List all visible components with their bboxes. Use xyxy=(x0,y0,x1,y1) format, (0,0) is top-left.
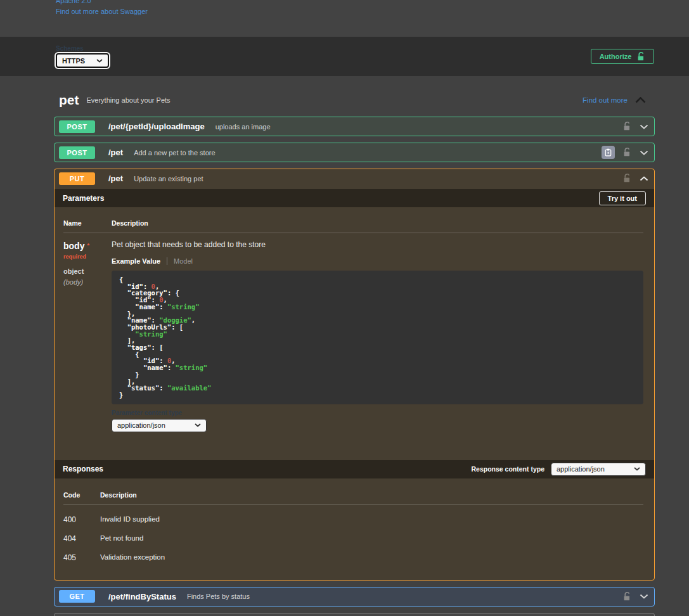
description-column-header: Description xyxy=(112,219,643,233)
clipboard-icon[interactable] xyxy=(602,146,615,159)
operation-row[interactable]: POST /pet/{petId}/uploadImage uploads an… xyxy=(55,117,654,136)
param-location: (body) xyxy=(63,278,112,286)
api-content: pet Everything about your Pets Find out … xyxy=(0,84,689,616)
response-code: 400 xyxy=(63,515,100,524)
opblock-get-findbystatus: GET /pet/findByStatus Finds Pets by stat… xyxy=(54,587,655,606)
response-content-type-select[interactable]: application/json xyxy=(551,463,646,476)
method-badge: POST xyxy=(59,146,95,159)
responses-header: Responses Response content type applicat… xyxy=(55,460,654,478)
chevron-up-icon[interactable] xyxy=(635,97,646,103)
operation-summary: Add a new pet to the store xyxy=(134,149,215,157)
example-code: { "id": 0, "category": { "id": 0, "name"… xyxy=(112,271,643,404)
operation-path: /pet/findByStatus xyxy=(108,592,176,601)
operation-row[interactable]: PUT /pet Update an existing pet xyxy=(55,169,654,188)
parameters-table: Name Description body* required object (… xyxy=(55,207,654,460)
param-name: body xyxy=(63,241,84,251)
code-column-header: Code xyxy=(63,491,100,504)
operation-summary: Finds Pets by status xyxy=(187,593,250,600)
try-it-out-button[interactable]: Try it out xyxy=(599,191,646,205)
operation-row[interactable]: POST /pet Add a new pet to the store xyxy=(55,143,654,162)
response-content-type-value: application/json xyxy=(557,465,605,473)
responses-title: Responses xyxy=(63,465,103,473)
chevron-up-icon[interactable] xyxy=(640,176,648,181)
tab-model[interactable]: Model xyxy=(167,257,193,265)
chevron-down-icon[interactable] xyxy=(640,150,648,155)
page-header: Apache 2.0 Find out more about Swagger xyxy=(0,0,689,37)
license-link[interactable]: Apache 2.0 xyxy=(56,0,689,5)
parameter-content-type-label: Parameter content type xyxy=(112,409,643,416)
operation-path: /pet xyxy=(108,148,123,157)
method-badge: POST xyxy=(59,120,95,133)
tab-example-value[interactable]: Example Value xyxy=(112,257,160,265)
responses-table: Code Description 400 Invalid ID supplied… xyxy=(55,478,654,580)
unlocked-padlock-icon xyxy=(637,52,645,61)
response-code: 404 xyxy=(63,534,100,543)
unlocked-padlock-icon[interactable] xyxy=(623,148,631,157)
opblock-get-findbytags: GET /pet/findByTags Finds Pets by tags xyxy=(54,613,655,616)
parameter-content-type-value: application/json xyxy=(117,421,165,429)
parameter-content-type-select[interactable]: application/json xyxy=(112,419,207,432)
operation-summary: Update an existing pet xyxy=(134,175,203,183)
schemes-label: Schemes xyxy=(56,45,109,52)
divider xyxy=(63,504,643,505)
model-example-tabs: Example Value Model xyxy=(112,257,643,265)
response-description: Validation exception xyxy=(100,553,643,562)
parameters-title: Parameters xyxy=(63,194,104,203)
operation-row[interactable]: GET /pet/findByStatus Finds Pets by stat… xyxy=(55,587,654,606)
swagger-info-link[interactable]: Find out more about Swagger xyxy=(56,8,689,16)
section-subtitle: Everything about your Pets xyxy=(87,96,171,104)
unlocked-padlock-icon[interactable] xyxy=(623,592,631,601)
name-column-header: Name xyxy=(63,219,112,233)
parameters-header: Parameters Try it out xyxy=(55,189,654,207)
operation-summary: uploads an image xyxy=(216,123,271,131)
dropdown-arrow-icon xyxy=(96,59,103,63)
operation-path: /pet/{petId}/uploadImage xyxy=(108,122,205,131)
scheme-select-value: HTTPS xyxy=(62,57,85,65)
opblock-post-addpet: POST /pet Add a new pet to the store xyxy=(54,143,655,162)
scheme-select[interactable]: HTTPS xyxy=(56,53,109,68)
param-description: Pet object that needs to be added to the… xyxy=(112,240,643,249)
scheme-bar: Schemes HTTPS Authorize xyxy=(0,37,689,76)
dropdown-arrow-icon xyxy=(195,423,201,427)
method-badge: GET xyxy=(59,590,95,603)
response-description: Invalid ID supplied xyxy=(100,515,643,524)
response-description: Pet not found xyxy=(100,534,643,543)
chevron-down-icon[interactable] xyxy=(640,594,648,599)
response-content-type-label: Response content type xyxy=(471,465,544,473)
param-name-cell: body* required object (body) xyxy=(63,233,112,432)
authorize-button[interactable]: Authorize xyxy=(591,49,654,64)
schemes-group: Schemes HTTPS xyxy=(56,45,109,68)
section-title: pet xyxy=(59,93,79,108)
unlocked-padlock-icon[interactable] xyxy=(623,174,631,183)
authorize-label: Authorize xyxy=(600,53,632,60)
operation-row[interactable]: GET /pet/findByTags Finds Pets by tags xyxy=(55,613,654,616)
find-out-more-link[interactable]: Find out more xyxy=(583,96,628,104)
opblock-put-updatepet: PUT /pet Update an existing pet Paramete… xyxy=(54,169,655,581)
description-column-header: Description xyxy=(100,491,643,504)
dropdown-arrow-icon xyxy=(634,467,640,471)
operation-path: /pet xyxy=(108,174,123,183)
method-badge: PUT xyxy=(59,172,95,185)
response-code: 405 xyxy=(63,553,100,562)
opblock-post-uploadimage: POST /pet/{petId}/uploadImage uploads an… xyxy=(54,117,655,136)
chevron-down-icon[interactable] xyxy=(640,124,648,129)
pet-section-header: pet Everything about your Pets Find out … xyxy=(54,84,655,117)
param-description-cell: Pet object that needs to be added to the… xyxy=(112,233,643,432)
unlocked-padlock-icon[interactable] xyxy=(623,122,631,131)
param-type: object xyxy=(63,267,112,275)
